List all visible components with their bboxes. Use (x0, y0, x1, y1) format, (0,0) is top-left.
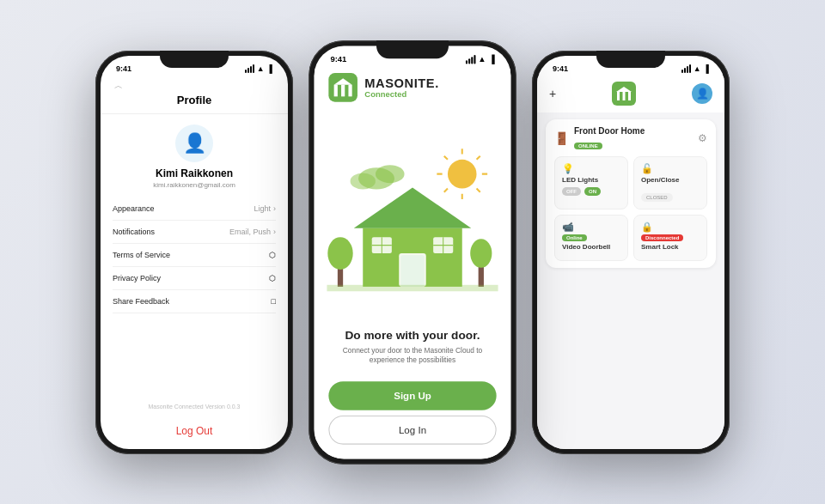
feature-video-doorbell[interactable]: 📹 Online Video Doorbell (554, 215, 628, 261)
svg-point-14 (376, 165, 405, 183)
gear-icon[interactable]: ⚙ (698, 132, 707, 144)
svg-point-29 (470, 239, 492, 268)
profile-icon-button[interactable]: 👤 (692, 83, 712, 104)
chevron-right-icon-2: › (273, 228, 276, 236)
signal-bars-3 (681, 64, 691, 73)
svg-rect-34 (623, 92, 626, 100)
toggle-on-label[interactable]: ON (584, 187, 601, 196)
door-name: Front Door Home (574, 126, 645, 136)
house-svg (327, 147, 498, 291)
toggle-off-label[interactable]: OFF (562, 187, 581, 196)
signup-button[interactable]: Sign Up (328, 381, 496, 410)
bar3-2 (471, 57, 473, 64)
dashboard-header: + 👤 (537, 76, 724, 112)
privacy-label: Privacy Policy (113, 274, 161, 282)
openclose-label: Open/Close (641, 176, 700, 184)
door-name-section: Front Door Home ONLINE (574, 126, 645, 151)
notch-3 (596, 51, 665, 68)
phone-dashboard: 9:41 ▲ ▐ + (532, 51, 730, 454)
external-link-icon-2: ⬡ (269, 274, 276, 282)
settings-terms[interactable]: Terms of Service ⬡ (113, 244, 276, 267)
profile-header: ︿ Profile (101, 76, 288, 114)
wifi-icon-3: ▲ (694, 64, 701, 73)
svg-line-12 (444, 188, 448, 191)
door-card-header: 🚪 Front Door Home ONLINE ⚙ (554, 126, 707, 151)
house-illustration (315, 111, 511, 328)
auth-buttons: Sign Up Log In (315, 372, 511, 458)
online-badge: ONLINE (574, 143, 602, 149)
logout-button[interactable]: Log Out (101, 416, 288, 449)
svg-line-10 (477, 188, 480, 191)
video-icon: 📹 (562, 222, 620, 233)
do-more-subtext: Connect your door to the Masonite Cloud … (328, 344, 496, 364)
notifications-label: Notifications (113, 228, 155, 236)
signal-bars-1 (245, 64, 254, 73)
status-icons-2: ▲ ▐ (466, 55, 495, 64)
wifi-icon-2: ▲ (478, 55, 486, 64)
status-icons-3: ▲ ▐ (681, 64, 709, 73)
add-button[interactable]: + (549, 87, 556, 100)
svg-rect-0 (334, 84, 338, 96)
appearance-text: Light (254, 204, 271, 213)
svg-line-9 (444, 155, 448, 159)
svg-point-4 (448, 160, 477, 189)
bar2 (248, 68, 249, 73)
smartlock-label: Smart Lock (641, 243, 700, 251)
wifi-icon-1: ▲ (257, 64, 265, 73)
bar1 (245, 70, 247, 73)
features-grid: 💡 LED Lights OFF ON 🔓 Open/Close CLOSED (554, 156, 707, 261)
bar2-3 (684, 68, 686, 73)
profile-content: ︿ Profile 👤 Kimi Raikkonen kimi.raikkone… (101, 76, 288, 449)
status-time-2: 9:41 (330, 55, 346, 64)
doorbell-label: Video Doorbell (562, 243, 620, 251)
bar4 (253, 64, 254, 73)
feature-led-lights[interactable]: 💡 LED Lights OFF ON (554, 156, 628, 209)
status-icons-1: ▲ ▐ (245, 64, 272, 73)
bar2-2 (468, 58, 470, 64)
back-button[interactable]: ︿ (114, 80, 274, 92)
bar3 (250, 66, 252, 73)
do-more-section: Do more with your door. Connect your doo… (315, 327, 511, 372)
svg-rect-32 (628, 92, 631, 100)
smartlock-icon: 🔒 (641, 222, 700, 233)
masonite-logo-svg (333, 77, 353, 97)
settings-list: Appearance Light › Notifications Email, … (101, 197, 288, 397)
dashboard-logo (612, 82, 636, 106)
notifications-text: Email, Push (229, 228, 271, 236)
version-text: Masonite Connected Version 0.0.3 (101, 397, 288, 416)
masonite-name: MASONITE. (364, 76, 438, 90)
chevron-right-icon: › (273, 204, 276, 213)
notch-2 (376, 40, 449, 58)
svg-marker-33 (616, 87, 632, 92)
status-time-3: 9:41 (553, 64, 568, 73)
settings-appearance[interactable]: Appearance Light › (113, 197, 276, 221)
masonite-header: MASONITE. Connected (315, 67, 511, 110)
svg-marker-2 (334, 78, 352, 84)
svg-rect-19 (400, 255, 424, 287)
settings-privacy[interactable]: Privacy Policy ⬡ (113, 267, 276, 290)
notch-1 (160, 51, 229, 68)
settings-feedback[interactable]: Share Feedback □ (113, 290, 276, 313)
settings-notifications[interactable]: Notifications Email, Push › (113, 221, 276, 244)
masonite-content: MASONITE. Connected (315, 67, 511, 458)
svg-marker-17 (354, 187, 472, 228)
bar3-3 (687, 66, 688, 73)
feature-smart-lock[interactable]: 🔒 Disconnected Smart Lock (633, 215, 707, 261)
lock-icon: 🔓 (641, 163, 700, 174)
dash-logo-svg (616, 86, 632, 101)
door-info: 🚪 Front Door Home ONLINE (554, 126, 645, 151)
feature-open-close[interactable]: 🔓 Open/Close CLOSED (633, 156, 707, 209)
signal-bars-2 (466, 55, 476, 64)
masonite-sub: Connected (364, 90, 438, 100)
svg-line-11 (477, 155, 480, 159)
share-icon: □ (272, 297, 276, 306)
bar4-2 (474, 55, 475, 64)
bar4-3 (689, 64, 691, 73)
external-link-icon: ⬡ (269, 251, 276, 259)
login-button[interactable]: Log In (328, 416, 496, 445)
disconnected-badge: Disconnected (641, 234, 683, 241)
led-icon: 💡 (562, 163, 620, 174)
svg-rect-30 (327, 285, 498, 291)
online-status-badge: Online (562, 234, 587, 241)
door-icon: 🚪 (554, 131, 569, 145)
